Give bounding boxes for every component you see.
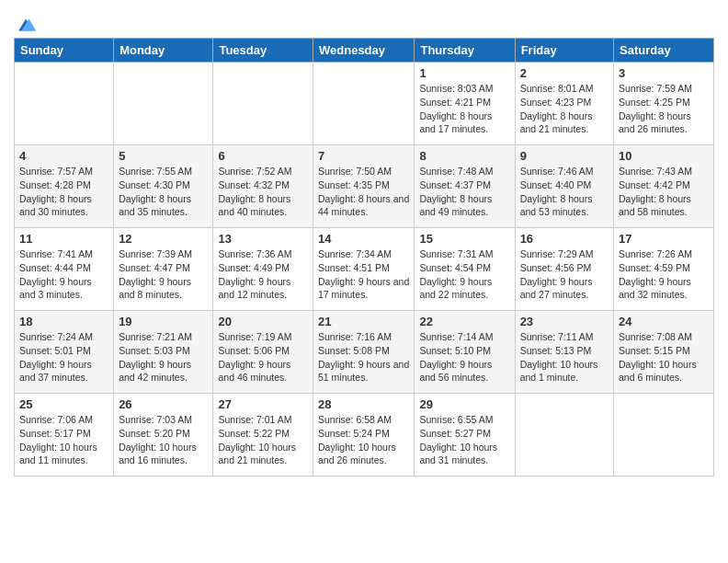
calendar-cell: 27Sunrise: 7:01 AMSunset: 5:22 PMDayligh…: [213, 394, 313, 477]
calendar-header-monday: Monday: [114, 39, 213, 63]
day-info: Sunrise: 7:11 AMSunset: 5:13 PMDaylight:…: [520, 330, 609, 385]
day-number: 26: [119, 397, 208, 411]
day-number: 19: [119, 315, 208, 328]
day-number: 4: [19, 149, 108, 163]
day-number: 24: [619, 315, 709, 328]
calendar-cell: 10Sunrise: 7:43 AMSunset: 4:42 PMDayligh…: [614, 145, 714, 228]
logo: [14, 13, 38, 32]
calendar-table: SundayMondayTuesdayWednesdayThursdayFrid…: [14, 38, 714, 477]
calendar-header-friday: Friday: [515, 39, 613, 63]
calendar-header-sunday: Sunday: [15, 39, 114, 63]
calendar-cell: [114, 63, 213, 145]
day-number: 20: [218, 315, 308, 328]
day-info: Sunrise: 7:48 AMSunset: 4:37 PMDaylight:…: [419, 165, 509, 219]
calendar-cell: 19Sunrise: 7:21 AMSunset: 5:03 PMDayligh…: [114, 311, 213, 394]
day-number: 15: [419, 232, 509, 246]
day-info: Sunrise: 6:55 AMSunset: 5:27 PMDaylight:…: [419, 413, 509, 467]
calendar-cell: 20Sunrise: 7:19 AMSunset: 5:06 PMDayligh…: [213, 311, 313, 394]
calendar-cell: 18Sunrise: 7:24 AMSunset: 5:01 PMDayligh…: [15, 311, 114, 394]
calendar-week-row: 1Sunrise: 8:03 AMSunset: 4:21 PMDaylight…: [15, 63, 714, 145]
day-info: Sunrise: 7:55 AMSunset: 4:30 PMDaylight:…: [119, 165, 208, 219]
calendar-cell: 13Sunrise: 7:36 AMSunset: 4:49 PMDayligh…: [213, 228, 313, 311]
calendar-cell: 11Sunrise: 7:41 AMSunset: 4:44 PMDayligh…: [15, 228, 114, 311]
calendar-cell: 2Sunrise: 8:01 AMSunset: 4:23 PMDaylight…: [515, 63, 613, 145]
calendar-cell: [15, 63, 114, 145]
day-number: 11: [19, 232, 108, 246]
calendar-cell: 7Sunrise: 7:50 AMSunset: 4:35 PMDaylight…: [313, 145, 415, 228]
calendar-cell: 29Sunrise: 6:55 AMSunset: 5:27 PMDayligh…: [415, 394, 515, 477]
day-number: 9: [520, 149, 609, 163]
calendar-cell: 28Sunrise: 6:58 AMSunset: 5:24 PMDayligh…: [313, 394, 415, 477]
day-info: Sunrise: 7:24 AMSunset: 5:01 PMDaylight:…: [19, 330, 108, 385]
day-info: Sunrise: 7:21 AMSunset: 5:03 PMDaylight:…: [119, 330, 208, 385]
day-info: Sunrise: 7:34 AMSunset: 4:51 PMDaylight:…: [318, 247, 409, 302]
calendar-header-row: SundayMondayTuesdayWednesdayThursdayFrid…: [15, 39, 714, 63]
day-number: 21: [318, 315, 409, 328]
calendar-header-thursday: Thursday: [415, 39, 515, 63]
day-info: Sunrise: 7:36 AMSunset: 4:49 PMDaylight:…: [218, 247, 308, 302]
day-number: 17: [619, 232, 709, 246]
day-info: Sunrise: 7:43 AMSunset: 4:42 PMDaylight:…: [619, 165, 709, 219]
calendar-cell: 5Sunrise: 7:55 AMSunset: 4:30 PMDaylight…: [114, 145, 213, 228]
calendar-week-row: 11Sunrise: 7:41 AMSunset: 4:44 PMDayligh…: [15, 228, 714, 311]
day-number: 16: [520, 232, 609, 246]
calendar-cell: 3Sunrise: 7:59 AMSunset: 4:25 PMDaylight…: [614, 63, 714, 145]
day-number: 25: [19, 397, 108, 411]
day-number: 12: [119, 232, 208, 246]
calendar-cell: 1Sunrise: 8:03 AMSunset: 4:21 PMDaylight…: [415, 63, 515, 145]
calendar-cell: 17Sunrise: 7:26 AMSunset: 4:59 PMDayligh…: [614, 228, 714, 311]
day-number: 27: [218, 397, 308, 411]
calendar-cell: 26Sunrise: 7:03 AMSunset: 5:20 PMDayligh…: [114, 394, 213, 477]
calendar-cell: 8Sunrise: 7:48 AMSunset: 4:37 PMDaylight…: [415, 145, 515, 228]
calendar-week-row: 18Sunrise: 7:24 AMSunset: 5:01 PMDayligh…: [15, 311, 714, 394]
day-info: Sunrise: 7:26 AMSunset: 4:59 PMDaylight:…: [619, 247, 709, 302]
day-number: 28: [318, 397, 409, 411]
day-info: Sunrise: 7:46 AMSunset: 4:40 PMDaylight:…: [520, 165, 609, 219]
day-info: Sunrise: 7:41 AMSunset: 4:44 PMDaylight:…: [19, 247, 108, 302]
calendar-cell: 6Sunrise: 7:52 AMSunset: 4:32 PMDaylight…: [213, 145, 313, 228]
calendar-cell: 23Sunrise: 7:11 AMSunset: 5:13 PMDayligh…: [515, 311, 613, 394]
calendar-body: 1Sunrise: 8:03 AMSunset: 4:21 PMDaylight…: [15, 63, 714, 477]
day-info: Sunrise: 7:31 AMSunset: 4:54 PMDaylight:…: [419, 247, 509, 302]
calendar-cell: 12Sunrise: 7:39 AMSunset: 4:47 PMDayligh…: [114, 228, 213, 311]
day-number: 1: [419, 66, 509, 80]
calendar-header-wednesday: Wednesday: [313, 39, 415, 63]
day-info: Sunrise: 7:08 AMSunset: 5:15 PMDaylight:…: [619, 330, 709, 385]
calendar-cell: 25Sunrise: 7:06 AMSunset: 5:17 PMDayligh…: [15, 394, 114, 477]
day-info: Sunrise: 7:16 AMSunset: 5:08 PMDaylight:…: [318, 330, 409, 385]
day-number: 22: [419, 315, 509, 328]
calendar-cell: [614, 394, 714, 477]
day-number: 5: [119, 149, 208, 163]
day-info: Sunrise: 8:03 AMSunset: 4:21 PMDaylight:…: [419, 82, 509, 136]
day-info: Sunrise: 7:57 AMSunset: 4:28 PMDaylight:…: [19, 165, 108, 219]
day-number: 3: [619, 66, 709, 80]
day-number: 6: [218, 149, 308, 163]
day-number: 2: [520, 66, 609, 80]
day-info: Sunrise: 8:01 AMSunset: 4:23 PMDaylight:…: [520, 82, 609, 136]
calendar-week-row: 4Sunrise: 7:57 AMSunset: 4:28 PMDaylight…: [15, 145, 714, 228]
day-number: 7: [318, 149, 409, 163]
calendar-cell: [313, 63, 415, 145]
day-info: Sunrise: 7:52 AMSunset: 4:32 PMDaylight:…: [218, 165, 308, 219]
calendar-cell: 4Sunrise: 7:57 AMSunset: 4:28 PMDaylight…: [15, 145, 114, 228]
day-info: Sunrise: 7:01 AMSunset: 5:22 PMDaylight:…: [218, 413, 308, 467]
day-info: Sunrise: 7:03 AMSunset: 5:20 PMDaylight:…: [119, 413, 208, 467]
logo-text: [14, 13, 38, 36]
day-info: Sunrise: 7:29 AMSunset: 4:56 PMDaylight:…: [520, 247, 609, 302]
day-number: 13: [218, 232, 308, 246]
calendar-cell: 14Sunrise: 7:34 AMSunset: 4:51 PMDayligh…: [313, 228, 415, 311]
calendar-cell: [213, 63, 313, 145]
page-header: [14, 9, 714, 32]
calendar-cell: 21Sunrise: 7:16 AMSunset: 5:08 PMDayligh…: [313, 311, 415, 394]
day-number: 8: [419, 149, 509, 163]
day-info: Sunrise: 7:19 AMSunset: 5:06 PMDaylight:…: [218, 330, 308, 385]
day-number: 29: [419, 397, 509, 411]
day-info: Sunrise: 7:59 AMSunset: 4:25 PMDaylight:…: [619, 82, 709, 136]
day-info: Sunrise: 7:14 AMSunset: 5:10 PMDaylight:…: [419, 330, 509, 385]
calendar-cell: 9Sunrise: 7:46 AMSunset: 4:40 PMDaylight…: [515, 145, 613, 228]
day-info: Sunrise: 7:06 AMSunset: 5:17 PMDaylight:…: [19, 413, 108, 467]
calendar-header-saturday: Saturday: [614, 39, 714, 63]
day-number: 10: [619, 149, 709, 163]
calendar-cell: 22Sunrise: 7:14 AMSunset: 5:10 PMDayligh…: [415, 311, 515, 394]
day-number: 14: [318, 232, 409, 246]
